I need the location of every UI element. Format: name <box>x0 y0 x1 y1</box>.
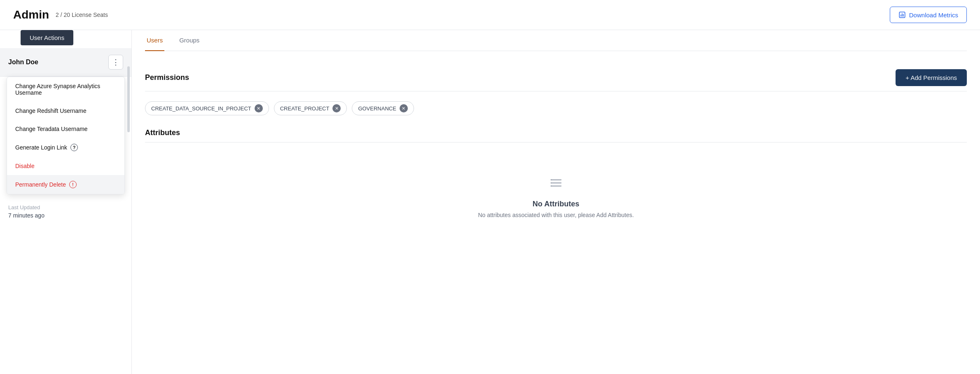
user-name: John Doe <box>8 58 38 66</box>
menu-item-change-teradata[interactable]: Change Teradata Username <box>7 120 124 138</box>
right-panel: Users Groups Permissions + Add Permissio… <box>132 30 980 374</box>
permissions-title: Permissions <box>145 73 189 82</box>
menu-item-change-azure[interactable]: Change Azure Synapse Analytics Username <box>7 77 124 102</box>
download-metrics-button[interactable]: Download Metrics <box>890 7 967 23</box>
permissions-section-header: Permissions + Add Permissions <box>145 61 967 91</box>
last-updated-section: Last Updated 7 minutes ago <box>0 198 131 219</box>
no-attributes-container: No Attributes No attributes associated w… <box>145 159 967 235</box>
menu-item-permanently-delete[interactable]: Permanently Delete ! <box>7 175 124 194</box>
attributes-title: Attributes <box>145 129 180 137</box>
tab-groups[interactable]: Groups <box>178 30 201 51</box>
permission-tag-governance: GOVERNANCE ✕ <box>352 101 414 115</box>
page-title: Admin <box>13 8 49 21</box>
menu-item-change-redshift[interactable]: Change Redshift Username <box>7 102 124 120</box>
left-panel: User Actions John Doe ⋮ Change Azure Syn… <box>0 30 132 374</box>
menu-item-disable[interactable]: Disable <box>7 157 124 175</box>
remove-permission-create-data-source[interactable]: ✕ <box>255 104 263 112</box>
tabs: Users Groups <box>145 30 967 51</box>
tab-users[interactable]: Users <box>145 30 164 51</box>
attributes-section-header: Attributes <box>145 129 967 143</box>
last-updated-label: Last Updated <box>8 204 123 210</box>
scrollbar[interactable] <box>127 48 130 334</box>
user-actions-button[interactable]: ⋮ <box>108 55 123 70</box>
main-layout: User Actions John Doe ⋮ Change Azure Syn… <box>0 30 980 374</box>
user-actions-tooltip: User Actions <box>21 30 73 45</box>
svg-point-8 <box>550 182 552 184</box>
warning-icon: ! <box>69 181 77 188</box>
download-icon <box>898 11 906 19</box>
no-attributes-title: No Attributes <box>533 200 579 208</box>
add-permissions-button[interactable]: + Add Permissions <box>896 69 967 86</box>
header-left: Admin 2 / 20 License Seats <box>13 8 108 21</box>
remove-permission-governance[interactable]: ✕ <box>400 104 408 112</box>
permission-tag-create-project: CREATE_PROJECT ✕ <box>274 101 347 115</box>
license-seats: 2 / 20 License Seats <box>56 12 108 18</box>
no-attributes-description: No attributes associated with this user,… <box>478 212 634 218</box>
three-dot-icon: ⋮ <box>112 58 119 67</box>
user-row: John Doe ⋮ <box>0 48 131 77</box>
svg-point-9 <box>550 185 552 187</box>
remove-permission-create-project[interactable]: ✕ <box>332 104 341 112</box>
dropdown-menu: Change Azure Synapse Analytics Username … <box>7 77 125 194</box>
permissions-list: CREATE_DATA_SOURCE_IN_PROJECT ✕ CREATE_P… <box>145 101 967 115</box>
help-icon: ? <box>70 144 78 151</box>
list-icon <box>549 175 564 193</box>
last-updated-value: 7 minutes ago <box>8 212 123 219</box>
header: Admin 2 / 20 License Seats Download Metr… <box>0 0 980 30</box>
menu-item-generate-login[interactable]: Generate Login Link ? <box>7 138 124 157</box>
svg-point-7 <box>550 179 552 180</box>
permission-tag-create-data-source: CREATE_DATA_SOURCE_IN_PROJECT ✕ <box>145 101 269 115</box>
